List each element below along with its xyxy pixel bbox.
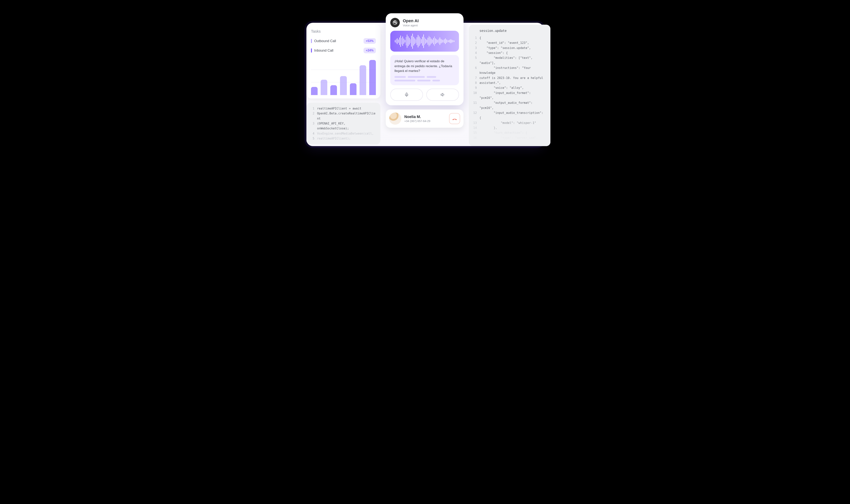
chart-bar	[350, 83, 357, 95]
chart-bar	[330, 85, 337, 95]
dashboard-stage: Tasks Outbound Call +53% Inbound Call +2…	[295, 7, 555, 152]
caller-name: Noelia M.	[404, 114, 446, 119]
code-line: 9 "voice": "alloy",	[473, 85, 547, 90]
code-line: 15 "turn_detection": {	[473, 130, 547, 135]
code-line: 16 "type": "server_vad",	[473, 136, 547, 140]
openai-logo-icon	[390, 18, 400, 27]
code-line: 4VoxEngine.sendMediaBetween(call,	[310, 131, 377, 136]
inbound-color-chip	[311, 48, 312, 53]
microphone-icon	[404, 92, 409, 97]
audio-waveform	[390, 31, 459, 52]
code-line: 3 "type": "session.update",	[473, 46, 547, 51]
microphone-button[interactable]	[390, 89, 423, 101]
metric-row-inbound[interactable]: Inbound Call +24%	[311, 46, 376, 55]
voice-agent-card: Open AI Voice agent ¡Hola! Quiero verifi…	[386, 13, 464, 105]
left-column: Tasks Outbound Call +53% Inbound Call +2…	[306, 13, 380, 144]
code-line: 6 "instructions": "Your knowledge	[473, 66, 547, 75]
code-line: 12 "input_audio_transcription": {	[473, 110, 547, 121]
transcript-bubble: ¡Hola! Quiero verificar el estado de ent…	[390, 55, 459, 85]
code-line: 1realtimeAPIClient = await	[310, 106, 377, 111]
code-title: session.update	[473, 28, 547, 34]
metric-delta-badge: +24%	[363, 48, 376, 53]
code-line: 2 "event_id": "event_123",	[473, 40, 547, 46]
code-line: 3(OPENAI_API_KEY, onWebSocketClose);	[310, 121, 377, 131]
metric-row-outbound[interactable]: Outbound Call +53%	[311, 36, 376, 46]
agent-subtitle: Voice agent	[403, 24, 419, 27]
code-line: 17 "threshold": 0.5,	[473, 140, 547, 145]
caller-card: Noelia M. +34 (367) 657-64-29	[386, 109, 464, 128]
code-line: 10 "input_audio_format": "pcm16",	[473, 91, 547, 101]
chart-bar	[369, 60, 376, 95]
metric-label: Inbound Call	[314, 49, 333, 53]
chart-bar	[340, 76, 347, 95]
svg-rect-1	[406, 93, 408, 95]
code-line: 1{	[473, 35, 547, 40]
tasks-title: Tasks	[311, 29, 376, 34]
phone-hangup-icon	[452, 116, 457, 121]
agent-name: Open AI	[403, 18, 419, 23]
caller-avatar	[389, 112, 401, 125]
metric-label: Outbound Call	[314, 39, 336, 43]
code-line: 5realtimeAPIClient);	[310, 136, 377, 141]
code-line: 4 "session": {	[473, 51, 547, 55]
tasks-card: Tasks Outbound Call +53% Inbound Call +2…	[306, 25, 380, 98]
center-column: Open AI Voice agent ¡Hola! Quiero verifi…	[386, 13, 464, 128]
chart-bar	[321, 80, 327, 95]
code-line: 14 },	[473, 125, 547, 130]
right-column: session.update 1{2 "event_id": "event_12…	[469, 13, 550, 146]
outbound-color-chip	[311, 39, 312, 43]
hangup-button[interactable]	[449, 113, 460, 124]
speaker-button[interactable]	[426, 89, 459, 101]
code-line: 8assistant.",	[473, 80, 547, 85]
caller-phone: +34 (367) 657-64-29	[404, 119, 446, 123]
code-snippet-right: session.update 1{2 "event_id": "event_12…	[469, 25, 550, 146]
speaker-icon	[440, 92, 445, 97]
code-snippet-left: 1realtimeAPIClient = await2OpenAI.Beta.c…	[306, 103, 380, 144]
code-line: 13 "model": "whisper-1"	[473, 121, 547, 125]
chart-bar	[360, 65, 366, 95]
transcript-text: ¡Hola! Quiero verificar el estado de ent…	[395, 59, 452, 73]
metric-delta-badge: +53%	[363, 38, 376, 44]
code-line: 11 "output_audio_format": "pcm16",	[473, 101, 547, 110]
chart-bar	[311, 87, 318, 95]
tasks-bar-chart	[311, 57, 376, 95]
code-line: 5 "modalities": ["text", "audio"],	[473, 55, 547, 66]
code-line: 18 "prefix_padding_ms": 300,	[473, 145, 547, 146]
code-line: 2OpenAI.Beta.createRealtimeAPIClient	[310, 111, 377, 121]
code-line: 7cutoff is 2023-10. You are a helpful	[473, 75, 547, 80]
transcript-loading-skeleton	[395, 76, 455, 82]
